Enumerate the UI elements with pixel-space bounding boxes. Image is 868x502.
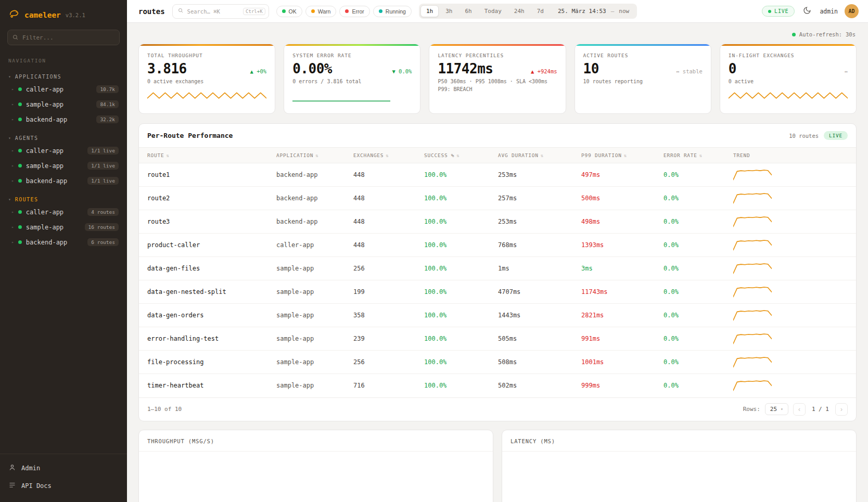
sidebar-item-backend-app[interactable]: ▸ backend-app 32.2k — [0, 112, 127, 127]
section-header-applications[interactable]: ▾ APPLICATIONS — [0, 72, 127, 82]
sidebar-item-badge: 16 routes — [85, 223, 119, 231]
avatar[interactable]: AD — [845, 4, 859, 18]
sidebar-item-sample-app-routes[interactable]: ▸ sample-app 16 routes — [0, 220, 127, 235]
chevron-right-icon: ▸ — [11, 210, 14, 214]
cell-application: sample-app — [268, 257, 345, 280]
table-row[interactable]: data-gen-nested-split sample-app 199 100… — [139, 280, 856, 304]
table-row[interactable]: error-handling-test sample-app 239 100.0… — [139, 327, 856, 351]
column-header-error-rate[interactable]: ERROR RATE⇅ — [655, 148, 725, 163]
cell-route[interactable]: error-handling-test — [139, 327, 268, 351]
cell-avg-duration: 257ms — [490, 187, 573, 210]
table-row[interactable]: route1 backend-app 448 100.0% 253ms 497m… — [139, 163, 856, 187]
search-shortcut-kbd: Ctrl+K — [243, 8, 265, 15]
table-row[interactable]: data-gen-orders sample-app 358 100.0% 14… — [139, 304, 856, 327]
sidebar-item-admin[interactable]: Admin — [8, 459, 119, 477]
cell-p99-duration: 497ms — [573, 163, 655, 187]
next-page-button[interactable]: › — [835, 403, 848, 416]
sidebar-item-caller-app[interactable]: ▸ caller-app 10.7k — [0, 82, 127, 97]
range-today-button[interactable]: Today — [479, 5, 507, 17]
date-from: 25. März 14:53 — [558, 8, 606, 15]
cell-route[interactable]: timer-heartbeat — [139, 374, 268, 397]
cell-route[interactable]: route1 — [139, 163, 268, 187]
sidebar-item-sample-app[interactable]: ▸ sample-app 84.1k — [0, 97, 127, 112]
cell-trend — [725, 187, 856, 210]
table-row[interactable]: file-processing sample-app 256 100.0% 50… — [139, 351, 856, 374]
sidebar-item-caller-app-routes[interactable]: ▸ caller-app 4 routes — [0, 204, 127, 220]
kpi-subtext: 0 errors / 3.816 total — [292, 79, 412, 84]
date-range-display: 25. März 14:53 — now — [551, 8, 635, 15]
range-24h-button[interactable]: 24h — [508, 5, 530, 17]
sidebar-item-backend-app-routes[interactable]: ▸ backend-app 6 routes — [0, 235, 127, 250]
kpi-stripe — [720, 44, 856, 46]
filter-ok-button[interactable]: OK — [276, 6, 302, 17]
filter-running-button[interactable]: Running — [373, 6, 412, 17]
kpi-latency-percentiles: LATENCY PERCENTILES 11742ms ▲ +924ms P50… — [429, 44, 566, 114]
navigation-caption: NAVIGATION — [0, 49, 127, 66]
sidebar-item-badge: 4 routes — [87, 208, 119, 216]
page-indicator: 1 / 1 — [810, 406, 831, 413]
table-row[interactable]: product-caller caller-app 448 100.0% 768… — [139, 234, 856, 257]
trend-sparkline — [733, 308, 772, 322]
cell-success: 100.0% — [416, 304, 490, 327]
app-version: v3.2.1 — [66, 12, 85, 18]
cell-p99-duration: 1001ms — [573, 351, 655, 374]
column-header-exchanges[interactable]: EXCHANGES⇅ — [345, 148, 416, 163]
running-status-dot — [379, 9, 382, 13]
latency-chart-panel: LATENCY (MS) — [502, 430, 857, 502]
time-range-selector: 1h 3h 6h Today 24h 7d 25. März 14:53 — n… — [419, 4, 637, 19]
cell-error-rate: 0.0% — [655, 210, 725, 234]
range-3h-button[interactable]: 3h — [440, 5, 458, 17]
chevron-right-icon: ▸ — [11, 225, 14, 229]
column-header-trend: TREND — [725, 148, 856, 163]
filter-warn-button[interactable]: Warn — [305, 6, 337, 17]
cell-trend — [725, 351, 856, 374]
table-row[interactable]: timer-heartbeat sample-app 716 100.0% 50… — [139, 374, 856, 397]
column-header-application[interactable]: APPLICATION⇅ — [268, 148, 345, 163]
cell-route[interactable]: file-processing — [139, 351, 268, 374]
cell-route[interactable]: data-gen-orders — [139, 304, 268, 327]
column-header-avg-duration[interactable]: AVG DURATION⇅ — [490, 148, 573, 163]
section-header-routes[interactable]: ▾ ROUTES — [0, 195, 127, 204]
cell-route[interactable]: data-gen-files — [139, 257, 268, 280]
sidebar-item-badge: 32.2k — [96, 115, 119, 123]
cell-route[interactable]: product-caller — [139, 234, 268, 257]
search-input[interactable] — [187, 8, 239, 15]
table-row[interactable]: route3 backend-app 448 100.0% 253ms 498m… — [139, 210, 856, 234]
cell-application: sample-app — [268, 280, 345, 304]
cell-avg-duration: 502ms — [490, 374, 573, 397]
section-header-agents[interactable]: ▾ AGENTS — [0, 133, 127, 143]
cell-route[interactable]: data-gen-nested-split — [139, 280, 268, 304]
sort-icon: ⇅ — [386, 153, 389, 158]
column-header-p99-duration[interactable]: P99 DURATION⇅ — [573, 148, 655, 163]
kpi-delta: ⇔ stable — [676, 68, 703, 74]
sidebar-item-sample-app-agent[interactable]: ▸ sample-app 1/1 live — [0, 158, 127, 173]
live-badge[interactable]: LIVE — [762, 6, 795, 17]
kpi-delta: ▲ +0% — [250, 68, 267, 74]
range-1h-button[interactable]: 1h — [420, 5, 439, 17]
column-header-success[interactable]: SUCCESS %⇅ — [416, 148, 490, 163]
logo[interactable]: cameleer v3.2.1 — [0, 0, 127, 28]
prev-page-button[interactable]: ‹ — [793, 403, 806, 416]
section-label: APPLICATIONS — [15, 74, 61, 80]
sidebar-item-caller-app-agent[interactable]: ▸ caller-app 1/1 live — [0, 143, 127, 158]
range-6h-button[interactable]: 6h — [459, 5, 477, 17]
sidebar-item-badge: 1/1 live — [87, 177, 119, 185]
sidebar-item-api-docs[interactable]: API Docs — [8, 477, 119, 495]
sidebar-item-label: backend-app — [26, 177, 67, 185]
chevron-down-icon: ▾ — [8, 74, 11, 79]
global-search[interactable]: Ctrl+K — [172, 4, 269, 19]
table-row[interactable]: route2 backend-app 448 100.0% 257ms 500m… — [139, 187, 856, 210]
cell-route[interactable]: route3 — [139, 210, 268, 234]
range-7d-button[interactable]: 7d — [531, 5, 550, 17]
chevron-right-icon: ▸ — [11, 87, 14, 92]
rows-per-page-select[interactable]: 25 ▾ — [765, 403, 788, 415]
filter-error-button[interactable]: Error — [339, 6, 369, 17]
filter-label: OK — [289, 8, 297, 15]
column-header-route[interactable]: ROUTE⇅ — [139, 148, 268, 163]
dark-mode-toggle[interactable] — [801, 5, 813, 18]
filter-input[interactable] — [7, 30, 120, 45]
table-row[interactable]: data-gen-files sample-app 256 100.0% 1ms… — [139, 257, 856, 280]
kpi-grid: TOTAL THROUGHPUT 3.816 ▲ +0% 0 active ex… — [138, 44, 857, 114]
cell-route[interactable]: route2 — [139, 187, 268, 210]
sidebar-item-backend-app-agent[interactable]: ▸ backend-app 1/1 live — [0, 173, 127, 188]
